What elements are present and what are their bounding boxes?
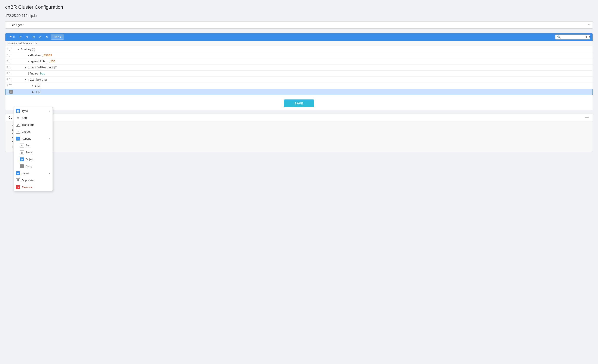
row-checkbox[interactable] — [9, 78, 12, 81]
ctx-sort-label: Sort — [22, 116, 27, 119]
row-key: 1 — [35, 90, 37, 94]
row-colon: : — [42, 54, 43, 57]
row-checkbox[interactable] — [9, 60, 12, 63]
expand-icon[interactable]: ▼ — [24, 78, 27, 81]
expand-icon[interactable]: ▶ — [31, 84, 34, 87]
expand-icon[interactable]: ▼ — [17, 48, 20, 50]
ctx-extract-label: Extract — [22, 130, 30, 133]
breadcrumb-sep1: ▶ — [16, 42, 17, 45]
breadcrumb-neighbors[interactable]: neighbors — [18, 42, 30, 45]
tree-body: ⠿ ▼ Config {5} ⠿ asNumber : 65009 ⠿ — [5, 46, 593, 95]
expand-icon[interactable]: ▶ — [24, 66, 27, 69]
ctx-item-type[interactable]: {} Type ▶ — [14, 107, 53, 114]
bottom-panel-header: Co BGP Configuration Example — — [5, 114, 593, 121]
expand-icon[interactable]: ▶ — [32, 91, 35, 93]
row-value[interactable]: 255 — [50, 60, 55, 63]
ctx-sort-icon: ≡ — [16, 116, 20, 120]
tree-view-button[interactable]: Tree ▾ — [51, 34, 64, 40]
ctx-item-remove[interactable]: ✕ Remove — [14, 184, 53, 191]
tree-row[interactable]: ⠿ ▼ neighbors [2] — [5, 77, 593, 83]
row-type: [2] — [44, 78, 47, 81]
ctx-item-insert[interactable]: + Insert ▶ — [14, 170, 53, 177]
code-line: "00.100.0.11", — [9, 124, 589, 128]
drag-handle[interactable]: ⠿ — [6, 72, 8, 75]
ctx-item-duplicate[interactable]: ⧉ Duplicate — [14, 177, 53, 184]
ctx-type-arrow: ▶ — [49, 110, 50, 112]
editor-toolbar: ⇅ ⇵ ▼ ⊞ ↺ ↻ Tree ▾ 🔍 — [5, 33, 593, 41]
ctx-type-icon: {} — [16, 109, 20, 113]
undo-button[interactable]: ↺ — [38, 35, 43, 40]
row-value[interactable]: 65009 — [44, 54, 52, 57]
breadcrumb-1[interactable]: 1 — [33, 42, 35, 45]
tree-row[interactable]: ⠿ ifname : bgp — [5, 71, 593, 77]
ctx-item-auto[interactable]: A Auto — [14, 142, 53, 149]
row-type: {5} — [32, 48, 35, 51]
expand-all-button[interactable]: ⇅ — [8, 35, 16, 40]
ctx-item-array[interactable]: [] Array — [14, 149, 53, 156]
search-icon: 🔍 — [557, 35, 561, 39]
tree-row[interactable]: ⠿ ebgpMultihop : 255 — [5, 58, 593, 65]
drag-handle[interactable]: ⠿ — [6, 78, 8, 81]
code-line: 65007, — [9, 128, 589, 132]
row-type: {2} — [37, 84, 41, 87]
ctx-duplicate-icon: ⧉ — [16, 178, 20, 182]
filter-dropdown-icon[interactable]: ▼ — [585, 35, 588, 39]
tree-row[interactable]: ⠿ asNumber : 65009 — [5, 52, 593, 58]
ctx-append-arrow: ▶ — [49, 138, 50, 140]
ctx-item-append[interactable]: + Append ▶ — [14, 135, 53, 142]
collapse-button[interactable]: — — [584, 116, 590, 119]
drag-handle[interactable]: ⠿ — [7, 90, 8, 93]
drag-handle[interactable]: ⠿ — [6, 66, 8, 69]
ctx-object-label: Object — [26, 158, 33, 161]
drag-handle[interactable]: ⠿ — [6, 48, 8, 51]
ctx-item-extract[interactable]: ↑ Extract — [14, 128, 53, 135]
editor-panel: ⇅ ⇵ ▼ ⊞ ↺ ↻ Tree ▾ 🔍 — [5, 33, 593, 110]
agent-selector[interactable]: BGP Agent ▾ — [5, 21, 593, 29]
row-type: {2} — [38, 90, 41, 93]
ctx-item-object[interactable]: {} Object — [14, 156, 53, 163]
redo-button[interactable]: ↻ — [44, 35, 49, 40]
search-input[interactable] — [562, 35, 583, 39]
tree-row[interactable]: ⠿ ▶ 0 {2} — [5, 83, 593, 89]
save-row: SAVE — [5, 97, 593, 110]
breadcrumb-sep2: ▶ — [31, 42, 33, 45]
ctx-extract-icon: ↑ — [16, 130, 20, 133]
ctx-item-transform[interactable]: ⇄ Transform — [14, 121, 53, 128]
row-value[interactable]: bgp — [40, 72, 45, 75]
row-key: Config — [21, 48, 31, 51]
row-checkbox[interactable] — [9, 72, 12, 75]
ctx-item-sort[interactable]: ≡ Sort — [14, 114, 53, 121]
breadcrumb-object[interactable]: object — [8, 42, 15, 45]
filter-icon-button[interactable]: ⊞ — [32, 35, 36, 40]
ctx-append-icon: + — [16, 137, 20, 141]
row-checkbox[interactable] — [9, 48, 12, 51]
drag-handle[interactable]: ⠿ — [6, 60, 8, 63]
toolbar-search: 🔍 ▼ ⬆ — [555, 34, 590, 40]
ctx-item-string[interactable]: "" String — [14, 163, 53, 170]
expand-search-icon[interactable]: ⬆ — [589, 35, 591, 39]
ctx-duplicate-label: Duplicate — [22, 179, 33, 182]
server-address: 172.25.29.110.nip.io — [5, 14, 593, 18]
agent-selector-chevron: ▾ — [588, 24, 590, 26]
code-line: "neighbors": — [9, 141, 589, 145]
row-key: asNumber — [28, 54, 42, 57]
tree-row-selected[interactable]: ⠿ □ ▶ 1 {2} — [5, 89, 593, 95]
tree-chevron: ▾ — [60, 35, 61, 39]
page-title: cnBR Cluster Configuration — [5, 4, 593, 10]
row-icon: □ — [9, 90, 13, 94]
tree-label: Tree — [53, 35, 59, 39]
row-checkbox[interactable] — [9, 66, 12, 69]
tree-row[interactable]: ⠿ ▶ gracefulRestart {3} — [5, 65, 593, 71]
row-checkbox[interactable] — [9, 54, 12, 57]
tree-row[interactable]: ⠿ ▼ Config {5} — [5, 46, 593, 52]
code-line: [ — [9, 145, 589, 149]
collapse-all-button[interactable]: ⇵ — [18, 35, 23, 40]
breadcrumb-sep3: ▶ — [36, 42, 37, 45]
filter-button[interactable]: ▼ — [25, 35, 30, 40]
drag-handle[interactable]: ⠿ — [6, 54, 8, 57]
row-checkbox[interactable] — [9, 84, 12, 87]
row-type: {3} — [54, 66, 57, 69]
save-button[interactable]: SAVE — [284, 99, 314, 107]
code-line: "ifname": "bgp", — [9, 137, 589, 141]
drag-handle[interactable]: ⠿ — [6, 84, 8, 87]
